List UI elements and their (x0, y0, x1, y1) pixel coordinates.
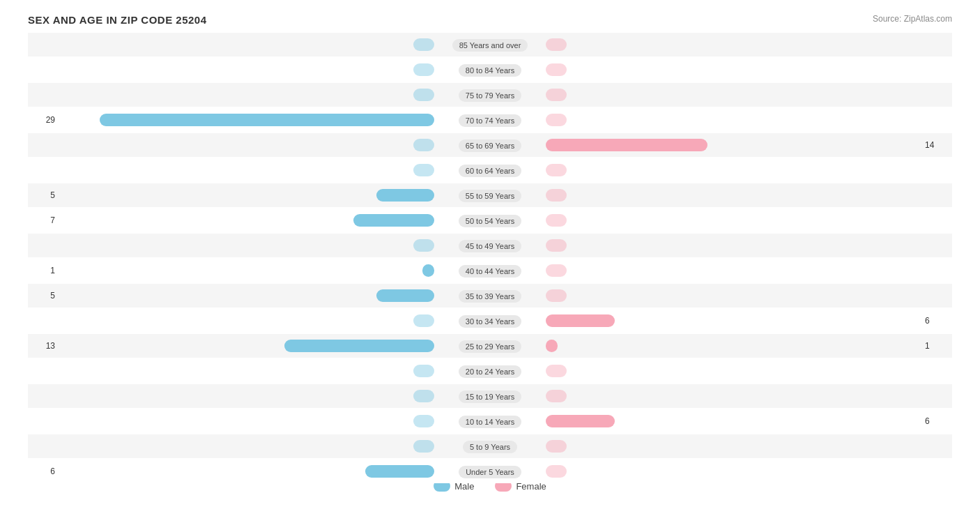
female-bar (546, 164, 567, 176)
source-text: Source: ZipAtlas.com (873, 14, 952, 24)
age-label: 5 to 9 Years (463, 441, 517, 453)
female-bar (546, 314, 615, 327)
right-bar-area (546, 359, 921, 383)
left-bar-area (59, 284, 434, 308)
female-bar (546, 365, 567, 377)
left-bar-area (59, 58, 434, 82)
female-bar (546, 390, 567, 402)
right-bar-area (546, 133, 921, 157)
label-cell: 50 to 54 Years (434, 214, 546, 227)
male-bar (413, 89, 434, 101)
left-bar-area (59, 234, 434, 257)
right-value: 6 (921, 416, 952, 426)
left-bar-area (59, 183, 434, 207)
chart-row: 85 Years and over (28, 33, 952, 56)
chart-title: SEX AND AGE IN ZIP CODE 25204 (28, 14, 207, 26)
chart-row: 7 50 to 54 Years (28, 208, 952, 232)
male-bar (413, 139, 434, 151)
right-value: 1 (921, 341, 952, 351)
label-cell: 25 to 29 Years (434, 340, 546, 353)
female-bar (546, 139, 707, 151)
label-cell: 5 to 9 Years (434, 440, 546, 453)
right-bar-area (546, 208, 921, 232)
age-label: 75 to 79 Years (459, 89, 521, 102)
right-bar-area (546, 234, 921, 257)
left-value: 7 (28, 215, 59, 225)
age-label: 50 to 54 Years (459, 215, 521, 227)
male-bar (413, 38, 434, 51)
label-cell: 85 Years and over (434, 38, 546, 52)
label-cell: 70 to 74 Years (434, 114, 546, 127)
left-bar-area (59, 133, 434, 157)
left-bar-area (59, 384, 434, 408)
label-cell: 30 to 34 Years (434, 314, 546, 328)
label-cell: 80 to 84 Years (434, 63, 546, 77)
left-bar-area (59, 460, 434, 483)
left-value: 6 (28, 466, 59, 476)
left-value: 5 (28, 291, 59, 301)
left-bar-area (59, 334, 434, 358)
female-bar (546, 264, 567, 277)
male-bar (413, 239, 434, 252)
label-cell: 55 to 59 Years (434, 189, 546, 202)
age-label: 30 to 34 Years (459, 315, 521, 328)
label-cell: 20 to 24 Years (434, 365, 546, 378)
male-bar (413, 390, 434, 402)
age-label: 15 to 19 Years (459, 390, 521, 403)
label-cell: 10 to 14 Years (434, 415, 546, 428)
left-bar-area (59, 309, 434, 333)
label-cell: 65 to 69 Years (434, 139, 546, 152)
chart-row: 15 to 19 Years (28, 384, 952, 408)
age-label: 20 to 24 Years (459, 365, 521, 378)
age-label: 55 to 59 Years (459, 190, 521, 202)
male-bar (376, 289, 434, 302)
age-label: 85 Years and over (452, 39, 528, 52)
female-bar (546, 465, 567, 478)
age-label: 25 to 29 Years (459, 340, 521, 353)
male-bar (413, 365, 434, 377)
label-cell: 45 to 49 Years (434, 239, 546, 252)
left-value: 29 (28, 115, 59, 125)
right-bar-area (546, 108, 921, 132)
male-bar (413, 164, 434, 176)
chart-row: 60 to 64 Years (28, 158, 952, 182)
female-bar (546, 440, 567, 453)
age-label: 65 to 69 Years (459, 139, 521, 152)
label-cell: 40 to 44 Years (434, 264, 546, 278)
female-bar (546, 63, 567, 76)
chart-row: 5 55 to 59 Years (28, 183, 952, 207)
right-bar-area (546, 334, 921, 358)
right-bar-area (546, 183, 921, 207)
chart-row: 1 40 to 44 Years (28, 259, 952, 282)
right-value: 6 (921, 316, 952, 326)
right-bar-area (546, 33, 921, 56)
label-cell: 15 to 19 Years (434, 390, 546, 403)
age-label: 10 to 14 Years (459, 416, 521, 428)
female-bar (546, 239, 567, 252)
left-bar-area (59, 83, 434, 107)
label-cell: 35 to 39 Years (434, 289, 546, 303)
left-bar-area (59, 208, 434, 232)
age-label: 40 to 44 Years (459, 265, 521, 278)
female-bar (546, 89, 567, 101)
chart-row: 30 to 34 Years 6 (28, 309, 952, 333)
female-bar (546, 415, 615, 427)
male-bar (413, 314, 434, 327)
chart-area: 85 Years and over 80 to 84 Years 75 to 7… (28, 33, 952, 465)
right-bar-area (546, 409, 921, 433)
chart-row: 80 to 84 Years (28, 58, 952, 82)
chart-row: 10 to 14 Years 6 (28, 409, 952, 433)
male-bar (365, 465, 434, 478)
female-bar (546, 289, 567, 302)
label-cell: 60 to 64 Years (434, 164, 546, 177)
chart-container: SEX AND AGE IN ZIP CODE 25204 Source: Zi… (0, 0, 980, 516)
label-cell: Under 5 Years (434, 465, 546, 478)
title-row: SEX AND AGE IN ZIP CODE 25204 Source: Zi… (28, 14, 952, 26)
female-bar (546, 340, 558, 352)
left-bar-area (59, 434, 434, 458)
chart-row: 45 to 49 Years (28, 234, 952, 257)
right-bar-area (546, 259, 921, 282)
left-bar-area (59, 259, 434, 282)
label-cell: 75 to 79 Years (434, 89, 546, 102)
male-bar (413, 63, 434, 76)
